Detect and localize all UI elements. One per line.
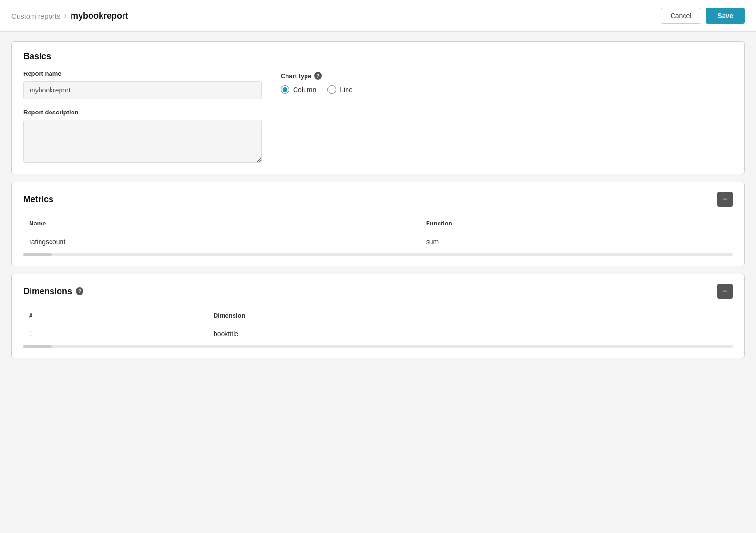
table-row: 1 booktitle xyxy=(23,324,733,344)
dimensions-card: Dimensions ? + # Dimension 1 booktitle xyxy=(11,274,745,358)
cancel-button[interactable]: Cancel xyxy=(661,8,702,24)
basics-left: Report name Report description xyxy=(23,70,262,164)
add-metric-button[interactable]: + xyxy=(717,192,733,207)
dimensions-table-header-row: # Dimension xyxy=(23,307,733,324)
dimensions-col-dimension: Dimension xyxy=(208,307,733,324)
main-content: Basics Report name Report description Ch… xyxy=(0,32,756,368)
add-dimension-icon: + xyxy=(722,287,728,296)
chart-type-section: Chart type ? Column Line xyxy=(281,72,733,94)
metrics-section-header: Metrics + xyxy=(23,192,733,207)
report-description-label: Report description xyxy=(23,109,262,116)
dimensions-title: Dimensions ? xyxy=(23,287,83,297)
breadcrumb-current: mybookreport xyxy=(71,11,128,21)
chart-type-column-option[interactable]: Column xyxy=(281,85,316,94)
dimensions-row-number: 1 xyxy=(23,324,208,344)
table-row: ratingscount sum xyxy=(23,232,733,252)
dimensions-scroll-bar xyxy=(23,345,733,348)
metrics-title: Metrics xyxy=(23,195,53,205)
dimensions-row-dimension: booktitle xyxy=(208,324,733,344)
dimensions-help-icon[interactable]: ? xyxy=(76,287,83,295)
chart-type-column-radio[interactable] xyxy=(281,85,289,94)
save-button[interactable]: Save xyxy=(706,8,745,24)
metrics-row-function: sum xyxy=(420,232,733,252)
metrics-col-name: Name xyxy=(23,215,420,232)
chart-type-line-option[interactable]: Line xyxy=(327,85,352,94)
dimensions-scroll-bar-inner xyxy=(23,345,52,348)
chart-type-radio-group: Column Line xyxy=(281,85,733,94)
chart-type-text: Chart type xyxy=(281,72,311,80)
metrics-table-header-row: Name Function xyxy=(23,215,733,232)
report-name-label: Report name xyxy=(23,70,262,77)
metrics-scroll-bar xyxy=(23,253,733,256)
header-actions: Cancel Save xyxy=(661,8,745,24)
metrics-table: Name Function ratingscount sum xyxy=(23,215,733,251)
dimensions-col-number: # xyxy=(23,307,208,324)
metrics-col-function: Function xyxy=(420,215,733,232)
metrics-card: Metrics + Name Function ratingscount sum xyxy=(11,182,745,266)
basics-card: Basics Report name Report description Ch… xyxy=(11,41,745,174)
dimensions-title-text: Dimensions xyxy=(23,287,72,297)
breadcrumb-separator: › xyxy=(64,11,67,20)
chart-type-line-radio[interactable] xyxy=(327,85,336,94)
chart-type-label: Chart type ? xyxy=(281,72,733,80)
basics-right: Chart type ? Column Line xyxy=(281,70,733,164)
report-name-input[interactable] xyxy=(23,81,262,99)
dimensions-section-header: Dimensions ? + xyxy=(23,284,733,299)
metrics-scroll-bar-inner xyxy=(23,253,52,256)
breadcrumb: Custom reports › mybookreport xyxy=(11,11,128,21)
page-header: Custom reports › mybookreport Cancel Sav… xyxy=(0,0,756,32)
add-dimension-button[interactable]: + xyxy=(717,284,733,299)
report-description-input[interactable] xyxy=(23,120,262,163)
basics-title: Basics xyxy=(23,51,733,62)
add-metric-icon: + xyxy=(722,195,728,204)
basics-grid: Report name Report description Chart typ… xyxy=(23,70,733,164)
chart-type-help-icon[interactable]: ? xyxy=(314,72,322,80)
metrics-row-name: ratingscount xyxy=(23,232,420,252)
breadcrumb-parent[interactable]: Custom reports xyxy=(11,12,61,20)
dimensions-table: # Dimension 1 booktitle xyxy=(23,307,733,343)
chart-type-line-label: Line xyxy=(340,86,352,93)
chart-type-column-label: Column xyxy=(293,86,316,93)
